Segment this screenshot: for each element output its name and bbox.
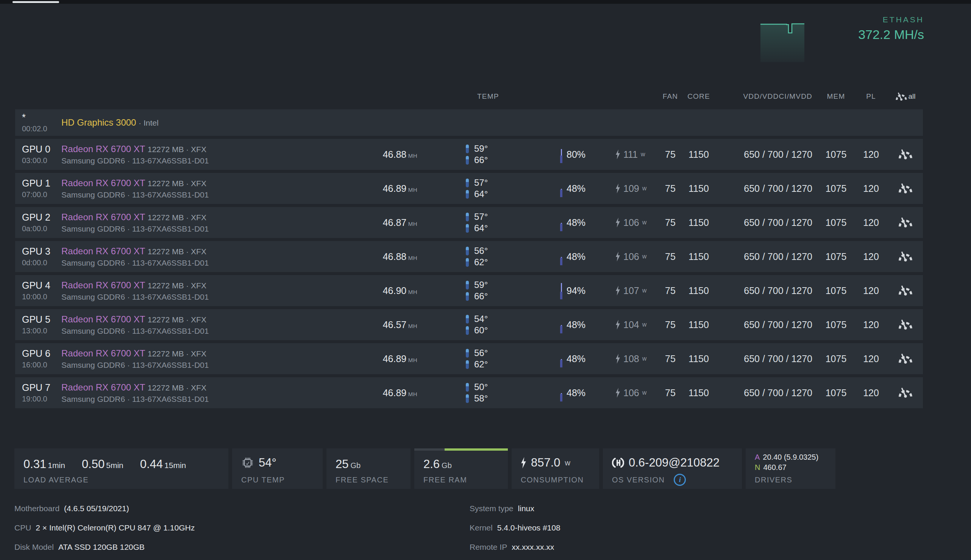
gpu-power-draw: 107 xyxy=(623,285,639,296)
gpu-row[interactable]: GPU 2 0a:00.0 Radeon RX 6700 XT 12272 MB… xyxy=(15,207,923,238)
gpu-id: GPU 2 xyxy=(22,212,60,223)
gpu-rows-container: GPU 0 03:00.0 Radeon RX 6700 XT 12272 MB… xyxy=(15,139,923,408)
gpu-bus-id: 07:00.0 xyxy=(22,190,60,199)
fan-base xyxy=(560,394,562,402)
gpu-name[interactable]: Radeon RX 6700 XT xyxy=(61,314,145,324)
gpu-power-unit: w xyxy=(642,389,647,396)
header-oc-all-button[interactable]: all xyxy=(888,92,923,102)
gpu-core-clock: 1150 xyxy=(682,319,716,330)
header-mem: MEM xyxy=(818,92,854,101)
gpu-row[interactable]: GPU 6 16:00.0 Radeon RX 6700 XT 12272 MB… xyxy=(15,343,923,374)
rig-stats-row: 0.311min 0.505min 0.4415min LOAD AVERAGE xyxy=(14,448,836,489)
thermometer-icon xyxy=(466,258,469,267)
gpu-fan-speed: 48% xyxy=(567,251,585,262)
fan-level-indicator xyxy=(560,146,563,163)
gpu-temp-junction: 64° xyxy=(474,189,488,199)
gpu-hashrate-unit: MH xyxy=(408,187,417,193)
gpu-memory-details: Samsung GDDR6 · 113-67XA6SSB1-D01 xyxy=(61,327,356,336)
gpu-hashrate: 46.89 xyxy=(383,183,407,194)
gpu-hashrate-unit: MH xyxy=(408,391,417,397)
gpu-row[interactable]: GPU 3 0d:00.0 Radeon RX 6700 XT 12272 MB… xyxy=(15,241,923,272)
gpu-table: TEMP FAN CORE VDD/VDDCI/MVDD MEM PL all … xyxy=(15,89,923,411)
gpu-fan-setting: 75 xyxy=(659,353,682,364)
gpu-oc-button[interactable] xyxy=(888,387,923,398)
fan-base xyxy=(560,360,562,367)
fan-base xyxy=(560,190,562,197)
gpu-mem-vendor: 12272 MB · XFX xyxy=(148,247,206,256)
gpu-oc-button[interactable] xyxy=(888,217,923,228)
gpu-voltages: 650 / 700 / 1270 xyxy=(716,285,818,296)
algo-label: ETHASH xyxy=(858,15,924,24)
free-ram-value: 2.6 xyxy=(423,457,440,471)
gpu-temp-junction: 60° xyxy=(474,325,488,336)
gpu-name[interactable]: Radeon RX 6700 XT xyxy=(61,348,145,358)
ram-usage-bar xyxy=(414,448,508,451)
gpu-hashrate-unit: MH xyxy=(408,255,417,261)
info-icon[interactable]: i xyxy=(674,474,686,486)
gpu-row[interactable]: GPU 4 10:00.0 Radeon RX 6700 XT 12272 MB… xyxy=(15,275,923,306)
gpu-power-draw: 106 xyxy=(623,387,639,398)
drivers-card: A20.40 (5.9.0325) N460.67 DRIVERS xyxy=(746,448,836,489)
load-5min-unit: 5min xyxy=(106,461,124,470)
gpu-oc-button[interactable] xyxy=(888,285,923,296)
thermometer-icon xyxy=(466,394,469,403)
thermometer-icon xyxy=(466,213,469,222)
gpu-bus-id: 16:00.0 xyxy=(22,361,60,369)
gpu-name[interactable]: Radeon RX 6700 XT xyxy=(61,212,145,222)
bolt-icon xyxy=(615,183,620,193)
gpu-name[interactable]: Radeon RX 6700 XT xyxy=(61,280,145,290)
gpu-id: GPU 7 xyxy=(22,382,60,393)
load-15min-unit: 15min xyxy=(164,461,186,470)
gpu-hashrate: 46.89 xyxy=(383,353,407,364)
gpu-oc-button[interactable] xyxy=(888,183,923,194)
header-pl: PL xyxy=(854,92,888,101)
free-ram-card: 2.6Gb FREE RAM xyxy=(414,448,508,489)
gpu-power-limit: 120 xyxy=(854,353,888,364)
gpu-name[interactable]: Radeon RX 6700 XT xyxy=(61,178,145,188)
gpu-name[interactable]: Radeon RX 6700 XT xyxy=(61,144,145,154)
fan-base xyxy=(560,155,562,163)
gpu-id: GPU 4 xyxy=(22,280,60,291)
gpu-oc-button[interactable] xyxy=(888,149,923,160)
bolt-icon xyxy=(615,218,620,227)
gpu-temp-core: 59° xyxy=(474,280,488,290)
gpu-row[interactable]: GPU 5 13:00.0 Radeon RX 6700 XT 12272 MB… xyxy=(15,309,923,340)
hashrate-widget: ETHASH 372.2 MH/s xyxy=(0,0,971,87)
thermometer-icon xyxy=(466,315,469,323)
gpu-fan-setting: 75 xyxy=(659,251,682,262)
fan-base xyxy=(560,223,562,231)
cpu-temp-card: 54° CPU TEMP xyxy=(232,448,323,489)
fan-base xyxy=(560,292,562,299)
gpu-oc-button[interactable] xyxy=(888,251,923,262)
gpu-name[interactable]: Radeon RX 6700 XT xyxy=(61,246,145,256)
gpu-row[interactable]: GPU 7 19:00.0 Radeon RX 6700 XT 12272 MB… xyxy=(15,377,923,408)
gpu-fan-speed: 48% xyxy=(567,387,585,398)
gpu-mem-clock: 1075 xyxy=(818,387,854,398)
gpu-core-clock: 1150 xyxy=(682,183,716,194)
kernel-value: 5.4.0-hiveos #108 xyxy=(497,523,560,532)
gpu-temp-core: 56° xyxy=(474,245,488,256)
gpu-mem-vendor: 12272 MB · XFX xyxy=(148,349,206,358)
gpu-oc-button[interactable] xyxy=(888,319,923,330)
gpu-row[interactable]: GPU 1 07:00.0 Radeon RX 6700 XT 12272 MB… xyxy=(15,173,923,204)
load-1min-value: 0.31 xyxy=(23,457,46,471)
gpu-temp-core: 57° xyxy=(474,212,488,222)
gpu-power-draw: 106 xyxy=(623,217,639,228)
gpu-power-limit: 120 xyxy=(854,319,888,330)
integrated-gpu-row[interactable]: * 00:02.0 HD Graphics 3000 · Intel xyxy=(15,109,923,136)
gpu-voltages: 650 / 700 / 1270 xyxy=(716,251,818,262)
fan-base xyxy=(560,326,562,333)
gpu-name[interactable]: Radeon RX 6700 XT xyxy=(61,382,145,392)
os-version-label: OS VERSION xyxy=(612,476,665,484)
gpu-id: GPU 0 xyxy=(22,144,60,155)
gpu-oc-button[interactable] xyxy=(888,353,923,364)
header-temp: TEMP xyxy=(420,92,541,101)
gpu-hashrate: 46.89 xyxy=(383,387,407,398)
header-all-label: all xyxy=(908,92,915,101)
os-version-value: 0.6-209@210822 xyxy=(628,456,720,470)
gpu-id: GPU 5 xyxy=(22,314,60,325)
gpu-name[interactable]: HD Graphics 3000 xyxy=(61,117,136,128)
gpu-power-limit: 120 xyxy=(854,217,888,228)
bolt-icon xyxy=(615,388,620,398)
gpu-row[interactable]: GPU 0 03:00.0 Radeon RX 6700 XT 12272 MB… xyxy=(15,139,923,170)
